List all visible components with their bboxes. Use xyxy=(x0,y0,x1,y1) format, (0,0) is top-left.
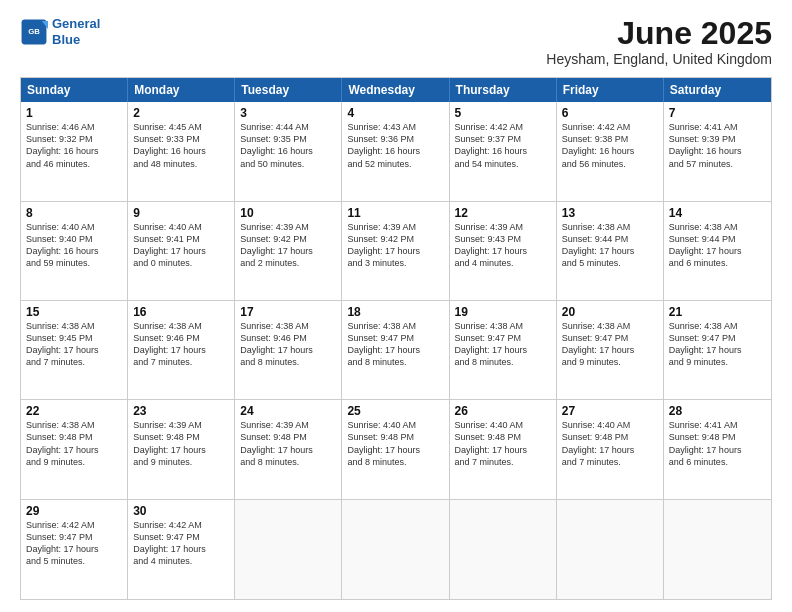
page: GB General Blue June 2025 Heysham, Engla… xyxy=(0,0,792,612)
day-number: 1 xyxy=(26,106,122,120)
cell-info: Sunrise: 4:39 AMSunset: 9:42 PMDaylight:… xyxy=(240,221,336,270)
calendar-cell: 11Sunrise: 4:39 AMSunset: 9:42 PMDayligh… xyxy=(342,202,449,300)
day-number: 6 xyxy=(562,106,658,120)
day-number: 29 xyxy=(26,504,122,518)
day-number: 28 xyxy=(669,404,766,418)
calendar-cell xyxy=(450,500,557,599)
logo-text: General Blue xyxy=(52,16,100,47)
cell-info: Sunrise: 4:40 AMSunset: 9:40 PMDaylight:… xyxy=(26,221,122,270)
month-title: June 2025 xyxy=(546,16,772,51)
day-number: 30 xyxy=(133,504,229,518)
day-number: 11 xyxy=(347,206,443,220)
calendar-cell: 19Sunrise: 4:38 AMSunset: 9:47 PMDayligh… xyxy=(450,301,557,399)
calendar-cell: 29Sunrise: 4:42 AMSunset: 9:47 PMDayligh… xyxy=(21,500,128,599)
cell-info: Sunrise: 4:38 AMSunset: 9:47 PMDaylight:… xyxy=(669,320,766,369)
calendar-body: 1Sunrise: 4:46 AMSunset: 9:32 PMDaylight… xyxy=(21,102,771,599)
day-number: 2 xyxy=(133,106,229,120)
cell-info: Sunrise: 4:40 AMSunset: 9:41 PMDaylight:… xyxy=(133,221,229,270)
cell-info: Sunrise: 4:40 AMSunset: 9:48 PMDaylight:… xyxy=(562,419,658,468)
weekday-header: Tuesday xyxy=(235,78,342,102)
calendar-cell: 16Sunrise: 4:38 AMSunset: 9:46 PMDayligh… xyxy=(128,301,235,399)
cell-info: Sunrise: 4:42 AMSunset: 9:37 PMDaylight:… xyxy=(455,121,551,170)
calendar-cell: 9Sunrise: 4:40 AMSunset: 9:41 PMDaylight… xyxy=(128,202,235,300)
cell-info: Sunrise: 4:38 AMSunset: 9:47 PMDaylight:… xyxy=(562,320,658,369)
cell-info: Sunrise: 4:40 AMSunset: 9:48 PMDaylight:… xyxy=(347,419,443,468)
cell-info: Sunrise: 4:42 AMSunset: 9:47 PMDaylight:… xyxy=(26,519,122,568)
title-block: June 2025 Heysham, England, United Kingd… xyxy=(546,16,772,67)
weekday-header: Friday xyxy=(557,78,664,102)
weekday-header: Monday xyxy=(128,78,235,102)
cell-info: Sunrise: 4:40 AMSunset: 9:48 PMDaylight:… xyxy=(455,419,551,468)
logo-blue: Blue xyxy=(52,32,80,47)
cell-info: Sunrise: 4:38 AMSunset: 9:45 PMDaylight:… xyxy=(26,320,122,369)
cell-info: Sunrise: 4:39 AMSunset: 9:48 PMDaylight:… xyxy=(133,419,229,468)
calendar-cell: 14Sunrise: 4:38 AMSunset: 9:44 PMDayligh… xyxy=(664,202,771,300)
cell-info: Sunrise: 4:38 AMSunset: 9:46 PMDaylight:… xyxy=(133,320,229,369)
calendar-cell: 8Sunrise: 4:40 AMSunset: 9:40 PMDaylight… xyxy=(21,202,128,300)
calendar-cell xyxy=(664,500,771,599)
calendar-cell: 20Sunrise: 4:38 AMSunset: 9:47 PMDayligh… xyxy=(557,301,664,399)
day-number: 24 xyxy=(240,404,336,418)
day-number: 22 xyxy=(26,404,122,418)
calendar-row: 1Sunrise: 4:46 AMSunset: 9:32 PMDaylight… xyxy=(21,102,771,201)
calendar-cell: 6Sunrise: 4:42 AMSunset: 9:38 PMDaylight… xyxy=(557,102,664,200)
cell-info: Sunrise: 4:38 AMSunset: 9:47 PMDaylight:… xyxy=(455,320,551,369)
cell-info: Sunrise: 4:38 AMSunset: 9:46 PMDaylight:… xyxy=(240,320,336,369)
calendar-cell: 23Sunrise: 4:39 AMSunset: 9:48 PMDayligh… xyxy=(128,400,235,498)
cell-info: Sunrise: 4:39 AMSunset: 9:48 PMDaylight:… xyxy=(240,419,336,468)
weekday-header: Wednesday xyxy=(342,78,449,102)
calendar-cell: 7Sunrise: 4:41 AMSunset: 9:39 PMDaylight… xyxy=(664,102,771,200)
calendar-cell: 15Sunrise: 4:38 AMSunset: 9:45 PMDayligh… xyxy=(21,301,128,399)
day-number: 7 xyxy=(669,106,766,120)
header: GB General Blue June 2025 Heysham, Engla… xyxy=(20,16,772,67)
calendar-cell: 5Sunrise: 4:42 AMSunset: 9:37 PMDaylight… xyxy=(450,102,557,200)
calendar-header: SundayMondayTuesdayWednesdayThursdayFrid… xyxy=(21,78,771,102)
calendar-cell: 22Sunrise: 4:38 AMSunset: 9:48 PMDayligh… xyxy=(21,400,128,498)
calendar-cell: 10Sunrise: 4:39 AMSunset: 9:42 PMDayligh… xyxy=(235,202,342,300)
day-number: 27 xyxy=(562,404,658,418)
cell-info: Sunrise: 4:45 AMSunset: 9:33 PMDaylight:… xyxy=(133,121,229,170)
cell-info: Sunrise: 4:39 AMSunset: 9:42 PMDaylight:… xyxy=(347,221,443,270)
day-number: 12 xyxy=(455,206,551,220)
day-number: 23 xyxy=(133,404,229,418)
day-number: 10 xyxy=(240,206,336,220)
day-number: 9 xyxy=(133,206,229,220)
day-number: 4 xyxy=(347,106,443,120)
calendar-cell: 12Sunrise: 4:39 AMSunset: 9:43 PMDayligh… xyxy=(450,202,557,300)
calendar-cell: 1Sunrise: 4:46 AMSunset: 9:32 PMDaylight… xyxy=(21,102,128,200)
weekday-header: Thursday xyxy=(450,78,557,102)
day-number: 15 xyxy=(26,305,122,319)
calendar-row: 29Sunrise: 4:42 AMSunset: 9:47 PMDayligh… xyxy=(21,500,771,599)
logo-general: General xyxy=(52,16,100,31)
calendar-cell: 30Sunrise: 4:42 AMSunset: 9:47 PMDayligh… xyxy=(128,500,235,599)
weekday-header: Saturday xyxy=(664,78,771,102)
calendar-cell: 26Sunrise: 4:40 AMSunset: 9:48 PMDayligh… xyxy=(450,400,557,498)
day-number: 5 xyxy=(455,106,551,120)
day-number: 3 xyxy=(240,106,336,120)
logo-icon: GB xyxy=(20,18,48,46)
cell-info: Sunrise: 4:38 AMSunset: 9:44 PMDaylight:… xyxy=(669,221,766,270)
day-number: 14 xyxy=(669,206,766,220)
calendar-cell: 27Sunrise: 4:40 AMSunset: 9:48 PMDayligh… xyxy=(557,400,664,498)
day-number: 17 xyxy=(240,305,336,319)
calendar-row: 8Sunrise: 4:40 AMSunset: 9:40 PMDaylight… xyxy=(21,202,771,301)
calendar-cell: 18Sunrise: 4:38 AMSunset: 9:47 PMDayligh… xyxy=(342,301,449,399)
cell-info: Sunrise: 4:39 AMSunset: 9:43 PMDaylight:… xyxy=(455,221,551,270)
calendar-row: 15Sunrise: 4:38 AMSunset: 9:45 PMDayligh… xyxy=(21,301,771,400)
cell-info: Sunrise: 4:42 AMSunset: 9:47 PMDaylight:… xyxy=(133,519,229,568)
cell-info: Sunrise: 4:41 AMSunset: 9:48 PMDaylight:… xyxy=(669,419,766,468)
day-number: 19 xyxy=(455,305,551,319)
calendar-cell: 24Sunrise: 4:39 AMSunset: 9:48 PMDayligh… xyxy=(235,400,342,498)
cell-info: Sunrise: 4:46 AMSunset: 9:32 PMDaylight:… xyxy=(26,121,122,170)
calendar-cell: 3Sunrise: 4:44 AMSunset: 9:35 PMDaylight… xyxy=(235,102,342,200)
cell-info: Sunrise: 4:38 AMSunset: 9:44 PMDaylight:… xyxy=(562,221,658,270)
day-number: 16 xyxy=(133,305,229,319)
logo: GB General Blue xyxy=(20,16,100,47)
calendar-cell: 17Sunrise: 4:38 AMSunset: 9:46 PMDayligh… xyxy=(235,301,342,399)
svg-text:GB: GB xyxy=(28,26,40,35)
cell-info: Sunrise: 4:44 AMSunset: 9:35 PMDaylight:… xyxy=(240,121,336,170)
day-number: 26 xyxy=(455,404,551,418)
calendar-cell: 28Sunrise: 4:41 AMSunset: 9:48 PMDayligh… xyxy=(664,400,771,498)
day-number: 13 xyxy=(562,206,658,220)
calendar-row: 22Sunrise: 4:38 AMSunset: 9:48 PMDayligh… xyxy=(21,400,771,499)
